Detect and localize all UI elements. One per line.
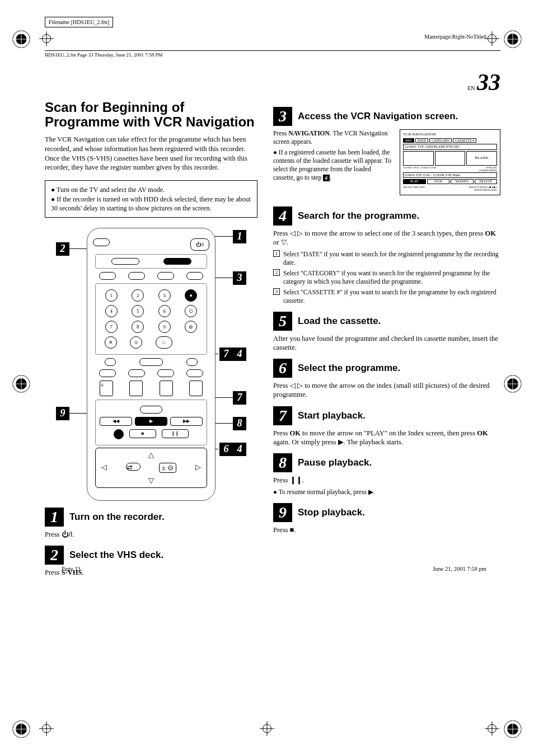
remote-key-3: 3 (158, 289, 171, 302)
navfig-tab-category: CATEGORY (429, 138, 452, 143)
filename-box: Filename [HDS1EU_2.fm] (45, 17, 113, 27)
navfig-info: 12/06/01 TUE 12:00 – 12:30 PR. 8 SP 30mi… (403, 172, 497, 178)
header-path: HDS1EU_2.fm Page 33 Thursday, June 21, 2… (45, 52, 500, 58)
sub-2-num: 2 (273, 269, 280, 276)
step1-body: Press ⏻/I. (45, 530, 257, 539)
navfig-tab-cassette: CASSETTE # (453, 138, 476, 143)
step5-body: After you have found the programme and c… (273, 334, 500, 353)
remote-key-4: 4 (105, 305, 118, 317)
remote-key-8: 8 (132, 321, 144, 333)
callout-2: 2 (56, 242, 69, 256)
step1-title: Turn on the recorder. (69, 511, 165, 523)
power-symbol: ⏻/I (62, 530, 73, 538)
remote-key-0: 0 (130, 336, 142, 349)
step4-body: Press ◁ ▷ to move the arrow to select on… (273, 229, 500, 247)
page-number: EN 33 (45, 69, 500, 96)
step6-num: 6 (273, 359, 292, 378)
step3-num: 3 (273, 107, 292, 126)
navfig-modify: MODIFY (451, 179, 474, 184)
remote-key-6: 6 (158, 305, 171, 317)
callout-3: 3 (233, 271, 246, 285)
step8-num: 8 (273, 453, 292, 472)
navfig-hint2: SELECT WITH [◀ ● ▶] (469, 186, 497, 189)
step1-body-suffix: . (72, 530, 74, 538)
remote-key-2: 2 (132, 289, 144, 302)
navfig-play: PLAY (403, 179, 426, 184)
navfig-stop: STOP (427, 179, 450, 184)
navfig-bar: 12/06/01 TUE 120M BLANK 87M (SP) (403, 144, 497, 150)
step3-title: Access the VCR Navigation screen. (298, 111, 458, 122)
section-title: Scan for Beginning of Programme with VCR… (45, 100, 257, 129)
step5-num: 5 (273, 312, 292, 331)
masterpage-label: Masterpage:Right-NoTitle0 (424, 34, 486, 40)
step9-body: Press ■. (273, 525, 500, 534)
navfig-d1: 12/06/01 TUE (403, 166, 419, 170)
callout-1: 1 (233, 230, 246, 243)
reg-mark-br (503, 719, 523, 739)
step8-body: Press ❙❙. (273, 476, 500, 485)
sub-2-text: Select "CATEGORY" if you want to search … (283, 269, 500, 286)
navfig-tab-date: DATE (415, 138, 428, 143)
info-item-1: Turn on the TV and select the AV mode. (51, 185, 251, 194)
step4-num: 4 (273, 206, 292, 226)
remote-key-9: 9 (158, 321, 171, 333)
navfig-title: VCR NAVIGATION (403, 133, 497, 137)
step4-title: Search for the programme. (298, 210, 419, 222)
navfig-d2: 12/06/01 TUE (420, 166, 437, 170)
callout-7a: 7 (219, 348, 233, 361)
step1-body-prefix: Press (45, 530, 62, 538)
footer-left: Page 33 (62, 566, 81, 572)
navfig-delete: DELETE (475, 179, 498, 184)
callout-8: 8 (233, 417, 246, 430)
step2-num: 2 (45, 546, 64, 565)
navfig-blank-cell: BLANK (466, 151, 497, 166)
remote-key-1: 1 (105, 289, 118, 302)
step3-bullet-text: If a registered cassette has been loaded… (273, 149, 391, 181)
step7-title: Start playback. (298, 410, 366, 421)
intro-paragraph: The VCR Navigation can take effect for t… (45, 135, 257, 173)
step6-title: Select the programme. (298, 363, 400, 374)
info-item-2: If the recorder is turned on with HDD de… (51, 195, 251, 213)
reg-mark-bl (11, 719, 31, 739)
sub-3-text: Select "CASSETTE #" if you want to searc… (283, 288, 500, 305)
sub-1-num: 1 (273, 250, 280, 257)
step5-title: Load the cassette. (298, 316, 381, 327)
step3-bullet-after: . (330, 174, 331, 181)
navfig-hint-left: SELECT OK EXIT (403, 186, 425, 192)
step9-title: Stop playback. (298, 507, 365, 518)
callout-4b: 4 (233, 443, 246, 456)
callout-4a: 4 (233, 348, 246, 361)
crosshair-bc (260, 721, 274, 736)
footer-right: June 21, 2001 7:58 pm (433, 566, 486, 572)
remote-figure: 1 2 3 47 7 9 8 46 ⏻/I 123● 456⏲ (56, 228, 246, 501)
step9-num: 9 (273, 503, 292, 522)
step7-num: 7 (273, 406, 292, 425)
crosshair-br (485, 721, 499, 736)
callout-6: 6 (219, 443, 233, 456)
remote-key-7: 7 (105, 321, 118, 333)
callout-7b: 7 (233, 391, 246, 405)
step1-num: 1 (45, 508, 64, 527)
lang-code: EN (467, 85, 475, 91)
remote-key-5: 5 (132, 305, 144, 317)
step3-bullet: If a registered cassette has been loaded… (273, 148, 394, 182)
navfig-tab-0001: 0001 (403, 138, 414, 143)
vcr-navigation-figure: VCR NAVIGATION 0001 DATE CATEGORY CASSET… (400, 129, 500, 195)
page-num-value: 33 (477, 69, 500, 95)
navfig-hint3: THEN PRESS [OK] (474, 189, 497, 191)
step2-title: Select the VHS deck. (69, 550, 163, 561)
step3-goto-ref: 6 (323, 175, 330, 181)
info-box: Turn on the TV and select the AV mode. I… (45, 180, 257, 218)
step8-bullet: To resume normal playback, press ▶. (273, 488, 500, 496)
step8-title: Pause playback. (298, 457, 372, 468)
step7-body: Press OK to move the arrow on "PLAY" on … (273, 429, 500, 447)
sub-1-text: Select "DATE" if you want to search for … (283, 250, 500, 267)
crosshair-bl (39, 721, 54, 736)
callout-9: 9 (56, 407, 69, 420)
sub-3-num: 3 (273, 288, 280, 295)
step6-body: Press ◁ ▷ to move the arrow on the index… (273, 381, 500, 400)
